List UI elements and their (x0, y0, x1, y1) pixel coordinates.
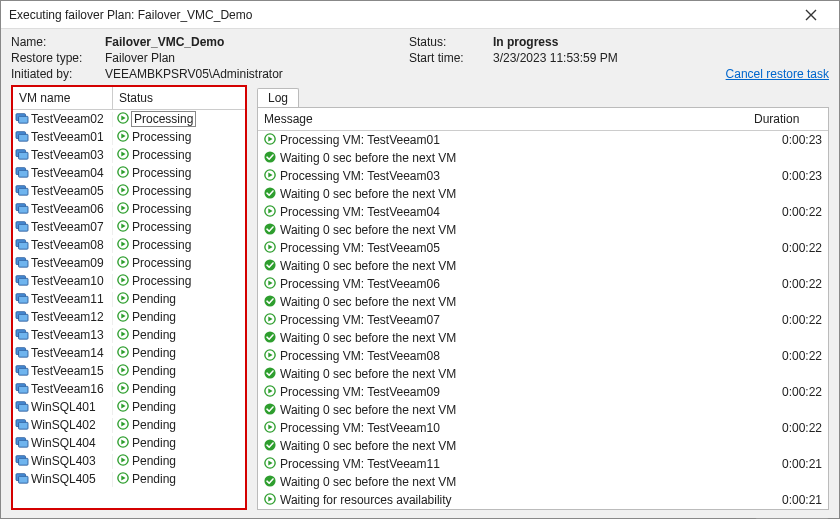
vm-status: Pending (132, 310, 176, 324)
table-row[interactable]: TestVeeam08Processing (13, 236, 245, 254)
list-item[interactable]: Processing VM: TestVeeam060:00:22 (258, 275, 828, 293)
play-icon (264, 349, 276, 364)
vm-name: TestVeeam02 (31, 112, 104, 126)
list-item[interactable]: Processing VM: TestVeeam050:00:22 (258, 239, 828, 257)
vm-status: Processing (132, 148, 191, 162)
cancel-restore-link[interactable]: Cancel restore task (707, 67, 829, 81)
vm-icon (15, 202, 29, 217)
table-row[interactable]: TestVeeam03Processing (13, 146, 245, 164)
table-row[interactable]: TestVeeam01Processing (13, 128, 245, 146)
table-row[interactable]: TestVeeam11Pending (13, 290, 245, 308)
table-row[interactable]: TestVeeam04Processing (13, 164, 245, 182)
check-icon (264, 331, 276, 346)
svg-rect-31 (19, 296, 28, 303)
list-item[interactable]: Processing VM: TestVeeam030:00:23 (258, 167, 828, 185)
play-icon (117, 454, 129, 469)
svg-rect-1 (19, 116, 28, 123)
log-message: Waiting 0 sec before the next VM (280, 475, 760, 489)
log-col-message[interactable]: Message (264, 112, 754, 126)
play-icon (117, 256, 129, 271)
list-item[interactable]: Processing VM: TestVeeam110:00:21 (258, 455, 828, 473)
vm-name: WinSQL402 (31, 418, 96, 432)
play-icon (117, 274, 129, 289)
check-icon (264, 367, 276, 382)
table-row[interactable]: TestVeeam10Processing (13, 272, 245, 290)
vm-name: TestVeeam06 (31, 202, 104, 216)
check-icon (264, 475, 276, 490)
play-icon (117, 382, 129, 397)
table-row[interactable]: TestVeeam05Processing (13, 182, 245, 200)
vm-icon (15, 130, 29, 145)
log-col-duration[interactable]: Duration (754, 112, 822, 126)
log-message: Waiting 0 sec before the next VM (280, 223, 760, 237)
vm-name: WinSQL405 (31, 472, 96, 486)
table-row[interactable]: TestVeeam16Pending (13, 380, 245, 398)
list-item[interactable]: Waiting 0 sec before the next VM (258, 437, 828, 455)
log-duration: 0:00:23 (764, 169, 822, 183)
list-item[interactable]: Processing VM: TestVeeam080:00:22 (258, 347, 828, 365)
list-item[interactable]: Waiting 0 sec before the next VM (258, 257, 828, 275)
vm-icon (15, 292, 29, 307)
table-row[interactable]: WinSQL402Pending (13, 416, 245, 434)
play-icon (264, 421, 276, 436)
table-row[interactable]: TestVeeam14Pending (13, 344, 245, 362)
close-icon[interactable] (791, 1, 831, 29)
play-icon (117, 346, 129, 361)
restore-type-label: Restore type: (11, 51, 101, 65)
list-item[interactable]: Waiting 0 sec before the next VM (258, 329, 828, 347)
list-item[interactable]: Processing VM: TestVeeam040:00:22 (258, 203, 828, 221)
list-item[interactable]: Waiting 0 sec before the next VM (258, 221, 828, 239)
vm-status: Processing (132, 274, 191, 288)
vm-icon (15, 472, 29, 487)
vm-name: TestVeeam07 (31, 220, 104, 234)
list-item[interactable]: Processing VM: TestVeeam100:00:22 (258, 419, 828, 437)
list-item[interactable]: Waiting 0 sec before the next VM (258, 473, 828, 491)
check-icon (264, 187, 276, 202)
vm-icon (15, 436, 29, 451)
list-item[interactable]: Processing VM: TestVeeam070:00:22 (258, 311, 828, 329)
vm-col-status[interactable]: Status (113, 87, 245, 109)
table-row[interactable]: WinSQL405Pending (13, 470, 245, 488)
list-item[interactable]: Waiting 0 sec before the next VM (258, 149, 828, 167)
table-row[interactable]: TestVeeam13Pending (13, 326, 245, 344)
table-row[interactable]: TestVeeam06Processing (13, 200, 245, 218)
vm-status: Processing (132, 112, 195, 126)
table-row[interactable]: TestVeeam15Pending (13, 362, 245, 380)
vm-icon (15, 400, 29, 415)
list-item[interactable]: Waiting 0 sec before the next VM (258, 365, 828, 383)
list-item[interactable]: Waiting 0 sec before the next VM (258, 185, 828, 203)
svg-rect-4 (19, 134, 28, 141)
list-item[interactable]: Waiting for resources availability0:00:2… (258, 491, 828, 509)
table-row[interactable]: WinSQL403Pending (13, 452, 245, 470)
play-icon (117, 112, 129, 127)
list-item[interactable]: Processing VM: TestVeeam010:00:23 (258, 131, 828, 149)
table-row[interactable]: WinSQL404Pending (13, 434, 245, 452)
table-row[interactable]: TestVeeam02Processing (13, 110, 245, 128)
play-icon (117, 328, 129, 343)
svg-rect-16 (19, 206, 28, 213)
list-item[interactable]: Processing VM: TestVeeam090:00:22 (258, 383, 828, 401)
vm-table: VM name Status TestVeeam02ProcessingTest… (11, 85, 247, 510)
table-row[interactable]: TestVeeam09Processing (13, 254, 245, 272)
svg-rect-19 (19, 224, 28, 231)
play-icon (117, 418, 129, 433)
log-message: Waiting 0 sec before the next VM (280, 331, 760, 345)
table-row[interactable]: TestVeeam07Processing (13, 218, 245, 236)
tabstrip: Log (257, 85, 829, 107)
table-row[interactable]: TestVeeam12Pending (13, 308, 245, 326)
list-item[interactable]: Waiting 0 sec before the next VM (258, 401, 828, 419)
vm-col-name[interactable]: VM name (13, 87, 113, 109)
log-message: Waiting 0 sec before the next VM (280, 295, 760, 309)
play-icon (264, 493, 276, 508)
log-scroll[interactable]: Processing VM: TestVeeam010:00:23Waiting… (258, 131, 828, 509)
check-icon (264, 403, 276, 418)
tab-log[interactable]: Log (257, 88, 299, 107)
table-row[interactable]: WinSQL401Pending (13, 398, 245, 416)
vm-name: TestVeeam12 (31, 310, 104, 324)
svg-rect-61 (19, 476, 28, 483)
svg-rect-34 (19, 314, 28, 321)
list-item[interactable]: Waiting 0 sec before the next VM (258, 293, 828, 311)
play-icon (264, 385, 276, 400)
log-duration: 0:00:22 (764, 349, 822, 363)
log-message: Waiting 0 sec before the next VM (280, 439, 760, 453)
